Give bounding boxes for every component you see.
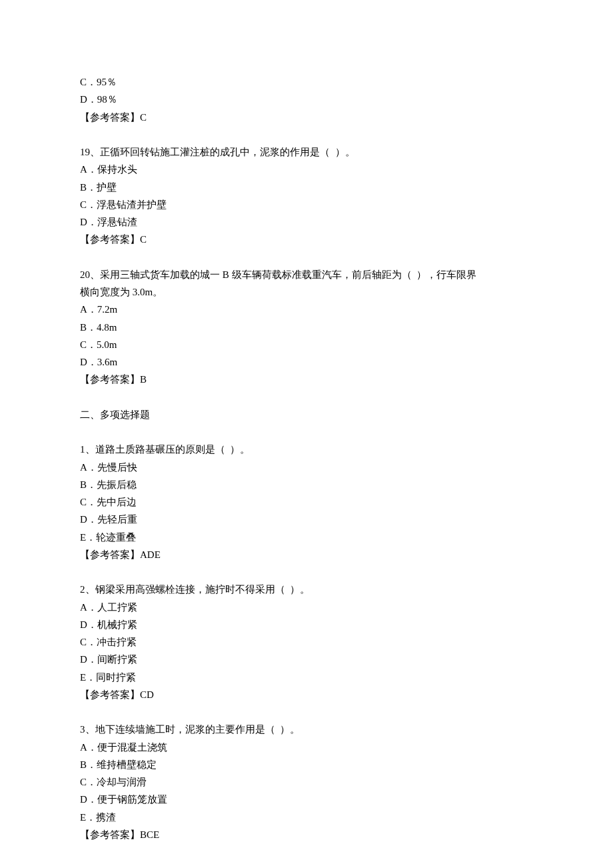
- mq2-stem: 2、钢梁采用高强螺栓连接，施拧时不得采用（ ）。: [80, 581, 533, 598]
- q20-stem-line2: 横向宽度为 3.0m。: [80, 283, 533, 301]
- q19-stem: 19、正循环回转钻施工灌注桩的成孔中，泥浆的作用是（ ）。: [80, 143, 533, 161]
- q19-option-b: B．护壁: [80, 179, 533, 196]
- mq2-option-d2: D．间断拧紧: [80, 651, 533, 668]
- q19-option-d: D．浮悬钻渣: [80, 213, 533, 231]
- mq3-option-d: D．便于钢筋笼放置: [80, 791, 533, 808]
- q18-option-d: D．98％: [80, 91, 533, 108]
- q18-option-c: C．95％: [80, 73, 533, 91]
- mq1-stem: 1、道路土质路基碾压的原则是（ ）。: [80, 441, 533, 458]
- q20-answer: 【参考答案】B: [80, 371, 533, 388]
- spacer: [80, 703, 533, 721]
- spacer: [80, 249, 533, 266]
- mq3-option-a: A．便于混凝土浇筑: [80, 739, 533, 756]
- q19-answer: 【参考答案】C: [80, 231, 533, 248]
- mq1-option-b: B．先振后稳: [80, 476, 533, 493]
- q20-stem-line1: 20、采用三轴式货车加载的城一 B 级车辆荷载标准载重汽车，前后轴距为（ ），行…: [80, 266, 533, 283]
- mq3-option-c: C．冷却与润滑: [80, 773, 533, 791]
- mq2-option-a: A．人工拧紧: [80, 599, 533, 616]
- mq2-option-c: C．冲击拧紧: [80, 633, 533, 651]
- spacer: [80, 126, 533, 143]
- q20-option-c: C．5.0m: [80, 336, 533, 353]
- spacer: [80, 563, 533, 581]
- mq2-option-e: E．同时拧紧: [80, 669, 533, 686]
- mq3-option-b: B．维持槽壁稳定: [80, 756, 533, 773]
- mq1-option-c: C．先中后边: [80, 493, 533, 511]
- mq2-option-d1: D．机械拧紧: [80, 616, 533, 633]
- q18-answer: 【参考答案】C: [80, 109, 533, 126]
- q20-option-b: B．4.8m: [80, 319, 533, 336]
- q19-option-c: C．浮悬钻渣并护壁: [80, 196, 533, 213]
- spacer: [80, 389, 533, 406]
- mq2-answer: 【参考答案】CD: [80, 686, 533, 703]
- q20-option-d: D．3.6m: [80, 353, 533, 371]
- mq1-option-a: A．先慢后快: [80, 459, 533, 476]
- section2-heading: 二、多项选择题: [80, 406, 533, 423]
- mq3-stem: 3、地下连续墙施工时，泥浆的主要作用是（ ）。: [80, 721, 533, 738]
- document-page: C．95％ D．98％ 【参考答案】C 19、正循环回转钻施工灌注桩的成孔中，泥…: [0, 0, 613, 868]
- spacer: [80, 423, 533, 441]
- mq1-option-e: E．轮迹重叠: [80, 529, 533, 546]
- mq3-answer: 【参考答案】BCE: [80, 826, 533, 843]
- q20-option-a: A．7.2m: [80, 301, 533, 318]
- mq1-answer: 【参考答案】ADE: [80, 546, 533, 563]
- mq1-option-d: D．先轻后重: [80, 511, 533, 528]
- mq3-option-e: E．携渣: [80, 809, 533, 826]
- q19-option-a: A．保持水头: [80, 161, 533, 178]
